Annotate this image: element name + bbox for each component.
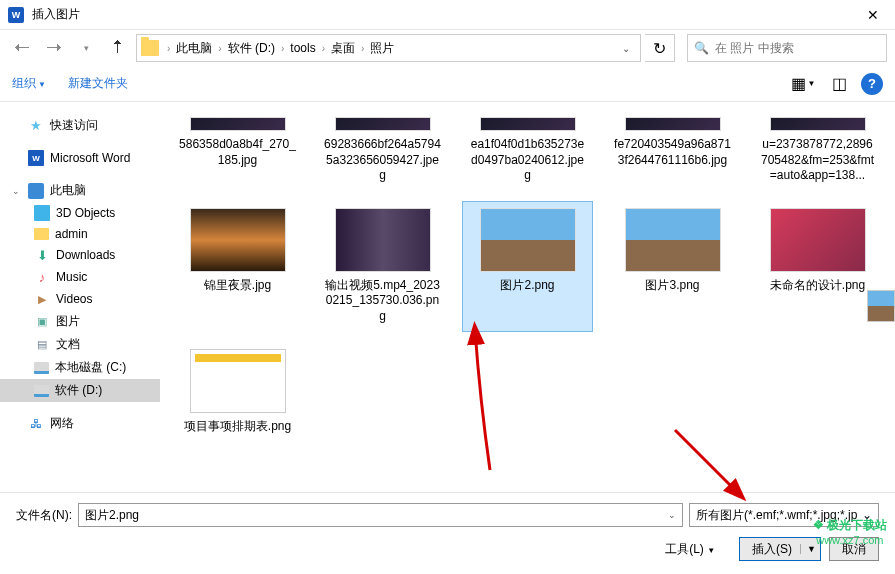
crumb-pc[interactable]: 此电脑 <box>172 38 216 59</box>
picture-icon: ▣ <box>34 314 50 330</box>
thumbnail <box>480 117 576 131</box>
sidebar-network[interactable]: 🖧网络 <box>0 412 160 435</box>
titlebar: W 插入图片 ✕ <box>0 0 895 30</box>
sidebar-item-videos[interactable]: ▶Videos <box>0 288 160 310</box>
recent-dropdown[interactable]: ▾ <box>72 34 100 62</box>
chevron-right-icon: › <box>359 43 366 54</box>
file-item[interactable]: 图片3.png <box>607 201 738 332</box>
file-item[interactable]: u=2373878772,2896705482&fm=253&fmt=auto&… <box>752 110 883 191</box>
word-app-icon: W <box>8 7 24 23</box>
crumb-tools[interactable]: tools <box>286 39 319 57</box>
crumb-photos[interactable]: 照片 <box>366 38 398 59</box>
close-button[interactable]: ✕ <box>850 0 895 30</box>
thumbnail <box>480 208 576 272</box>
disk-icon <box>34 362 49 374</box>
crumb-drive[interactable]: 软件 (D:) <box>224 38 279 59</box>
chevron-right-icon: › <box>279 43 286 54</box>
search-icon: 🔍 <box>694 41 709 55</box>
chevron-right-icon: › <box>320 43 327 54</box>
file-item[interactable]: 输出视频5.mp4_20230215_135730.036.png <box>317 201 448 332</box>
star-icon: ★ <box>28 118 44 134</box>
thumbnail <box>190 117 286 131</box>
bottom-bar: 文件名(N): 图片2.png⌄ 所有图片(*.emf;*.wmf;*.jpg;… <box>0 492 895 571</box>
file-item[interactable]: ea1f04f0d1b635273ed0497ba0240612.jpeg <box>462 110 593 191</box>
word-icon: W <box>28 150 44 166</box>
thumbnail <box>770 208 866 272</box>
file-item[interactable]: 586358d0a8b4f_270_185.jpg <box>172 110 303 191</box>
file-item[interactable]: 项目事项排期表.png <box>172 342 303 442</box>
insert-button[interactable]: 插入(S)▼ <box>739 537 821 561</box>
file-item[interactable]: fe720403549a96a8713f2644761116b6.jpg <box>607 110 738 191</box>
chevron-down-icon[interactable]: ⌄ <box>668 510 676 520</box>
thumbnail <box>625 117 721 131</box>
search-box[interactable]: 🔍 <box>687 34 887 62</box>
new-folder-button[interactable]: 新建文件夹 <box>68 75 128 92</box>
pc-icon <box>28 183 44 199</box>
sidebar-word[interactable]: WMicrosoft Word <box>0 147 160 169</box>
thumbnail <box>335 117 431 131</box>
sidebar-item-3dobjects[interactable]: 3D Objects <box>0 202 160 224</box>
folder-icon <box>141 40 159 56</box>
grid-icon: ▦ <box>791 74 806 93</box>
window-title: 插入图片 <box>32 6 850 23</box>
sidebar-item-ddisk[interactable]: 软件 (D:) <box>0 379 160 402</box>
thumbnail <box>335 208 431 272</box>
disk-icon <box>34 385 49 397</box>
cancel-button[interactable]: 取消 <box>829 537 879 561</box>
file-grid[interactable]: 586358d0a8b4f_270_185.jpg 69283666bf264a… <box>160 102 895 492</box>
panel-icon: ◫ <box>832 74 847 93</box>
insert-dropdown[interactable]: ▼ <box>800 544 816 554</box>
file-item[interactable]: 锦里夜景.jpg <box>172 201 303 332</box>
view-mode-button[interactable]: ▦▼ <box>789 72 817 96</box>
filetype-select[interactable]: 所有图片(*.emf;*.wmf;*.jpg;*.jp⌄ <box>689 503 879 527</box>
chevron-right-icon: › <box>165 43 172 54</box>
refresh-button[interactable]: ↻ <box>645 34 675 62</box>
sidebar-item-cdisk[interactable]: 本地磁盘 (C:) <box>0 356 160 379</box>
toolbar: 组织▼ 新建文件夹 ▦▼ ◫ ? <box>0 66 895 102</box>
organize-menu[interactable]: 组织▼ <box>12 75 46 92</box>
filename-input[interactable]: 图片2.png⌄ <box>78 503 683 527</box>
thumbnail <box>190 349 286 413</box>
document-icon: ▤ <box>34 337 50 353</box>
thumbnail <box>190 208 286 272</box>
video-icon: ▶ <box>34 291 50 307</box>
address-bar[interactable]: › 此电脑 › 软件 (D:) › tools › 桌面 › 照片 ⌄ <box>136 34 641 62</box>
network-icon: 🖧 <box>28 416 44 432</box>
chevron-right-icon: › <box>216 43 223 54</box>
file-item[interactable]: 69283666bf264a57945a323656059427.jpeg <box>317 110 448 191</box>
sidebar-item-documents[interactable]: ▤文档 <box>0 333 160 356</box>
download-icon: ⬇ <box>34 247 50 263</box>
folder-icon <box>34 228 49 240</box>
navigation-bar: 🠐 🠒 ▾ 🠑 › 此电脑 › 软件 (D:) › tools › 桌面 › 照… <box>0 30 895 66</box>
sidebar-item-music[interactable]: ♪Music <box>0 266 160 288</box>
tools-menu[interactable]: 工具(L) ▼ <box>665 541 715 558</box>
file-item-selected[interactable]: 图片2.png <box>462 201 593 332</box>
search-input[interactable] <box>715 41 880 55</box>
file-item[interactable]: 未命名的设计.png <box>752 201 883 332</box>
up-button[interactable]: 🠑 <box>104 34 132 62</box>
sidebar-item-downloads[interactable]: ⬇Downloads <box>0 244 160 266</box>
chevron-down-icon[interactable]: ⌄ <box>862 508 872 522</box>
crumb-desktop[interactable]: 桌面 <box>327 38 359 59</box>
sidebar: ★快速访问 WMicrosoft Word ⌄此电脑 3D Objects ad… <box>0 102 160 492</box>
address-dropdown[interactable]: ⌄ <box>616 43 636 54</box>
sidebar-item-pictures[interactable]: ▣图片 <box>0 310 160 333</box>
sidebar-item-admin[interactable]: admin <box>0 224 160 244</box>
cropped-thumbnail <box>867 290 895 322</box>
filename-label: 文件名(N): <box>16 507 72 524</box>
back-button[interactable]: 🠐 <box>8 34 36 62</box>
sidebar-quick-access[interactable]: ★快速访问 <box>0 114 160 137</box>
forward-button: 🠒 <box>40 34 68 62</box>
thumbnail <box>625 208 721 272</box>
sidebar-this-pc[interactable]: ⌄此电脑 <box>0 179 160 202</box>
3d-icon <box>34 205 50 221</box>
help-button[interactable]: ? <box>861 73 883 95</box>
music-icon: ♪ <box>34 269 50 285</box>
preview-pane-button[interactable]: ◫ <box>825 72 853 96</box>
thumbnail <box>770 117 866 131</box>
content-area: ★快速访问 WMicrosoft Word ⌄此电脑 3D Objects ad… <box>0 102 895 492</box>
